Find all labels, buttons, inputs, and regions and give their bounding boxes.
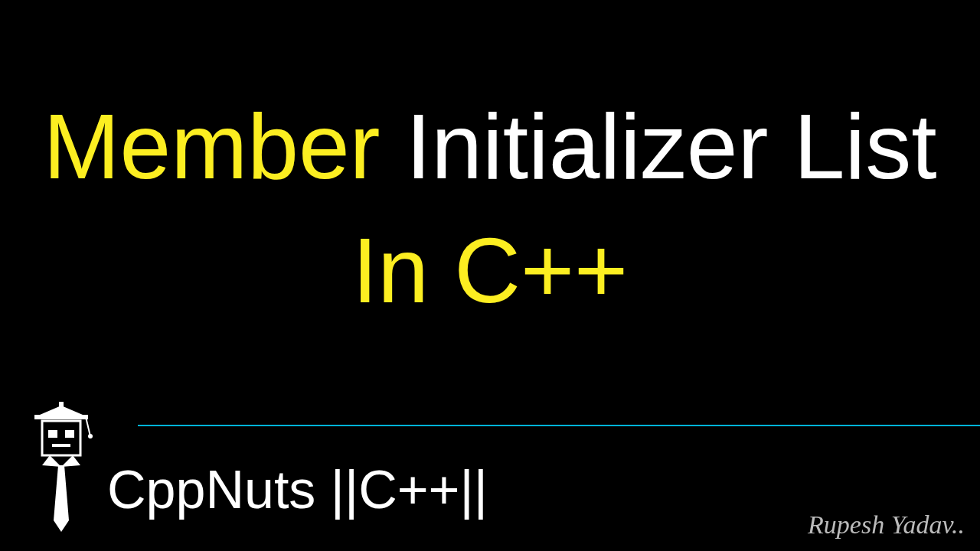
svg-rect-7 bbox=[65, 430, 74, 438]
title-line-2: In C++ bbox=[0, 220, 980, 321]
svg-rect-2 bbox=[59, 402, 64, 408]
title-line-1: Member Initializer List bbox=[0, 96, 980, 197]
svg-rect-6 bbox=[48, 430, 57, 438]
main-title-block: Member Initializer List In C++ bbox=[0, 96, 980, 321]
divider-line bbox=[138, 425, 980, 426]
svg-point-4 bbox=[88, 434, 93, 439]
svg-rect-1 bbox=[34, 415, 88, 419]
channel-name: CppNuts ||C++|| bbox=[107, 459, 488, 520]
svg-marker-9 bbox=[42, 455, 61, 467]
svg-rect-8 bbox=[52, 444, 70, 447]
mascot-logo-icon bbox=[23, 398, 100, 551]
author-signature: Rupesh Yadav.. bbox=[808, 510, 965, 540]
title-word-rest: Initializer List bbox=[406, 95, 937, 197]
svg-rect-5 bbox=[42, 421, 80, 455]
svg-line-3 bbox=[86, 417, 90, 436]
svg-marker-11 bbox=[54, 465, 69, 532]
svg-marker-10 bbox=[61, 455, 80, 467]
title-word-member: Member bbox=[43, 95, 380, 197]
